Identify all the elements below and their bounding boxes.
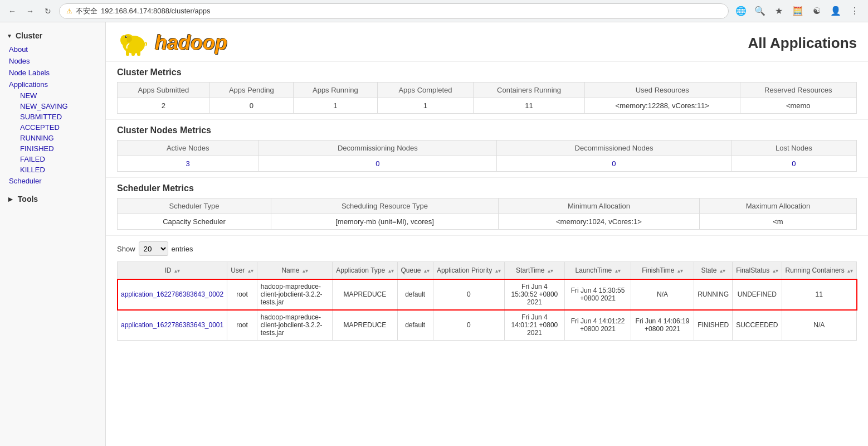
decommissioning-val: 0 <box>259 156 497 172</box>
th-finish-time[interactable]: FinishTime ▴▾ <box>631 262 694 279</box>
sidebar-item-failed[interactable]: FAILED <box>18 154 105 164</box>
col-lost-nodes: Lost Nodes <box>731 140 856 156</box>
cluster-nodes-section: Cluster Nodes Metrics Active Nodes Decom… <box>106 120 868 178</box>
apps-submitted-val: 2 <box>118 98 210 114</box>
reload-button[interactable]: ↻ <box>41 4 55 18</box>
sidebar-tools-header[interactable]: ► Tools <box>0 190 105 208</box>
final-status-sort-icon: ▴▾ <box>773 268 778 274</box>
scheduler-metrics-row: Capacity Scheduler [memory-mb (unit=Mi),… <box>118 214 857 230</box>
cluster-metrics-section: Cluster Metrics Apps Submitted Apps Pend… <box>106 62 868 120</box>
bookmark-button[interactable]: ★ <box>771 3 787 19</box>
sidebar-item-accepted[interactable]: ACCEPTED <box>18 122 105 133</box>
th-state[interactable]: State ▴▾ <box>694 262 733 279</box>
start-time-sort-icon: ▴▾ <box>548 268 553 274</box>
app-id-cell: application_1622786383643_0002 <box>118 279 227 310</box>
sidebar-cluster-section: ▼ Cluster About Nodes Node Labels Applic… <box>0 28 105 187</box>
used-resources-val: <memory:12288, vCores:11> <box>584 98 740 114</box>
sidebar-item-scheduler[interactable]: Scheduler <box>0 175 105 187</box>
finish-time-sort-icon: ▴▾ <box>677 268 683 274</box>
lost-nodes-link[interactable]: 0 <box>792 159 796 168</box>
decommissioned-link[interactable]: 0 <box>612 159 616 168</box>
browser-icons: 🌐 🔍 ★ 🧮 ☯ 👤 ⋮ <box>733 3 862 19</box>
th-priority[interactable]: Application Priority ▴▾ <box>433 262 504 279</box>
apps-running-val: 1 <box>293 98 377 114</box>
app-type-sort-icon: ▴▾ <box>388 268 394 274</box>
priority-sort-icon: ▴▾ <box>495 268 501 274</box>
th-running-containers[interactable]: Running Containers ▴▾ <box>782 262 856 279</box>
sidebar-item-submitted[interactable]: SUBMITTED <box>18 112 105 122</box>
cluster-arrow-icon: ▼ <box>7 33 12 39</box>
apps-pending-val: 0 <box>209 98 293 114</box>
decommissioning-link[interactable]: 0 <box>376 159 379 168</box>
app-launch-time-cell: Fri Jun 4 14:01:22 +0800 2021 <box>565 310 631 341</box>
sidebar-item-about[interactable]: About <box>0 43 105 55</box>
app-user-cell: root <box>227 310 257 341</box>
col-apps-pending: Apps Pending <box>209 83 293 98</box>
hadoop-elephant-icon <box>117 29 150 57</box>
sidebar-item-finished[interactable]: FINISHED <box>18 143 105 154</box>
app-id-link[interactable]: application_1622786383643_0001 <box>121 321 223 329</box>
sidebar-item-new-saving[interactable]: NEW_SAVING <box>18 101 105 112</box>
app-user-cell: root <box>227 279 257 310</box>
forward-button[interactable]: → <box>23 4 37 18</box>
profile-button[interactable]: 👤 <box>828 3 843 19</box>
th-user[interactable]: User ▴▾ <box>227 262 257 279</box>
cluster-nodes-title: Cluster Nodes Metrics <box>117 125 857 135</box>
sidebar-item-running[interactable]: RUNNING <box>18 133 105 143</box>
sidebar-cluster-header[interactable]: ▼ Cluster <box>0 28 105 43</box>
app-running-containers-cell: N/A <box>782 310 856 341</box>
th-queue[interactable]: Queue ▴▾ <box>397 262 433 279</box>
extension-button[interactable]: 🧮 <box>790 3 806 19</box>
sidebar-item-new[interactable]: NEW <box>18 90 105 101</box>
apps-table: ID ▴▾ User ▴▾ Name ▴▾ Application Type ▴… <box>117 261 857 341</box>
app-start-time-cell: Fri Jun 4 14:01:21 +0800 2021 <box>504 310 565 341</box>
col-decommissioned: Decommissioned Nodes <box>497 140 731 156</box>
menu-button[interactable]: ⋮ <box>847 3 862 19</box>
th-final-status[interactable]: FinalStatus ▴▾ <box>733 262 782 279</box>
th-name[interactable]: Name ▴▾ <box>257 262 332 279</box>
sidebar: ▼ Cluster About Nodes Node Labels Applic… <box>0 22 106 446</box>
scheduler-metrics-table: Scheduler Type Scheduling Resource Type … <box>117 198 857 230</box>
extensions-button[interactable]: ☯ <box>809 3 825 19</box>
cluster-metrics-row: 2 0 1 1 11 <memory:12288, vCores:11> <me… <box>118 98 857 114</box>
th-app-type[interactable]: Application Type ▴▾ <box>333 262 397 279</box>
show-label: Show <box>117 245 135 253</box>
app-id-link[interactable]: application_1622786383643_0002 <box>121 290 223 298</box>
warning-text: 不安全 <box>76 6 97 16</box>
col-reserved-resources: Reserved Resources <box>740 83 856 98</box>
launch-time-sort-icon: ▴▾ <box>615 268 621 274</box>
col-minimum-allocation: Minimum Allocation <box>498 198 699 214</box>
app-start-time-cell: Fri Jun 4 15:30:52 +0800 2021 <box>504 279 565 310</box>
sidebar-tools-label: Tools <box>18 195 38 203</box>
cluster-metrics-table: Apps Submitted Apps Pending Apps Running… <box>117 82 857 114</box>
th-start-time[interactable]: StartTime ▴▾ <box>504 262 565 279</box>
sidebar-item-node-labels[interactable]: Node Labels <box>0 67 105 79</box>
entries-select[interactable]: 10 20 50 100 <box>139 241 168 256</box>
app-priority-cell: 0 <box>433 310 504 341</box>
th-id[interactable]: ID ▴▾ <box>118 262 227 279</box>
user-sort-icon: ▴▾ <box>248 268 253 274</box>
col-apps-submitted: Apps Submitted <box>118 83 210 98</box>
th-launch-time[interactable]: LaunchTime ▴▾ <box>565 262 631 279</box>
tools-arrow-icon: ► <box>7 195 14 203</box>
browser-bar: ← → ↻ ⚠ 不安全 192.168.64.174:8088/cluster/… <box>0 0 868 22</box>
minimum-allocation-val: <memory:1024, vCores:1> <box>498 214 699 230</box>
sidebar-item-applications[interactable]: Applications <box>0 79 105 90</box>
sidebar-item-killed[interactable]: KILLED <box>18 164 105 175</box>
cluster-nodes-row: 3 0 0 0 <box>118 156 857 172</box>
address-bar[interactable]: ⚠ 不安全 192.168.64.174:8088/cluster/apps <box>59 3 729 19</box>
back-button[interactable]: ← <box>6 4 19 18</box>
sidebar-applications-submenu: NEW NEW_SAVING SUBMITTED ACCEPTED RUNNIN… <box>0 90 105 175</box>
svg-rect-6 <box>126 50 129 56</box>
sidebar-item-nodes[interactable]: Nodes <box>0 55 105 67</box>
page-header: hadoop All Applications <box>106 22 868 62</box>
app-final-status-cell: SUCCEEDED <box>733 310 782 341</box>
zoom-button[interactable]: 🔍 <box>752 3 768 19</box>
translate-button[interactable]: 🌐 <box>733 3 749 19</box>
app-finish-time-cell: N/A <box>631 279 694 310</box>
app-running-containers-cell: 11 <box>782 279 856 310</box>
active-nodes-link[interactable]: 3 <box>186 159 190 168</box>
app-state-cell: FINISHED <box>694 310 733 341</box>
queue-sort-icon: ▴▾ <box>424 268 430 274</box>
containers-running-val: 11 <box>474 98 585 114</box>
